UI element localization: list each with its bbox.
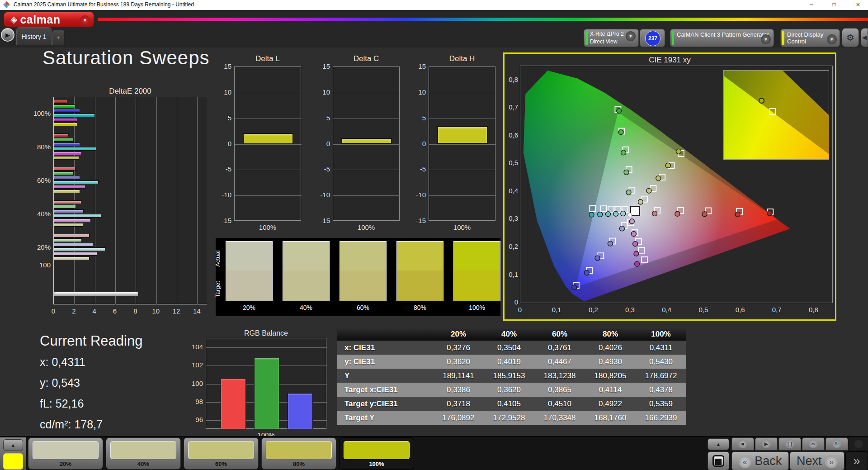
next-page-button[interactable]: » [845, 451, 868, 470]
disabled-transport-icon [854, 440, 863, 448]
deltae-bar [54, 214, 101, 218]
measured-point-marker [638, 199, 643, 204]
measured-point-marker [634, 251, 639, 256]
settings-button[interactable]: ⚙ [842, 28, 859, 47]
cie1931-panel[interactable]: CIE 1931 xy 00,10,20,30,40,50,60,70,800,… [503, 52, 836, 321]
table-cell: 0,4026 [585, 343, 636, 352]
group-label: 20% [28, 243, 51, 251]
results-table[interactable]: 20%40%60%80%100%x: CIE310,32760,35040,37… [337, 328, 686, 425]
current-reading-marker [627, 213, 632, 217]
cie-y-tick: 0,2 [503, 242, 518, 250]
delta-l-chart[interactable]: Delta L151050-5-10-15100% [208, 53, 304, 231]
patch-swatch [340, 241, 387, 301]
table-cell: 172,9528 [484, 413, 534, 423]
minimize-button[interactable]: – [804, 0, 819, 10]
table-header-row: 20%40%60%80%100% [337, 328, 686, 341]
calman-menu-button[interactable]: ◈ calman ▼ [4, 12, 94, 27]
pattern-generator-chevron-icon[interactable]: ▼ [761, 34, 771, 44]
actual-swatch [454, 242, 500, 271]
deltae-bar [54, 176, 80, 180]
measured-point-marker [589, 212, 594, 217]
delta_h-title: Delta H [429, 54, 495, 63]
table-header-cell: 20% [433, 330, 484, 339]
gridline [115, 97, 116, 304]
patch-button-40%[interactable]: 40% [106, 437, 181, 470]
close-button[interactable]: × [850, 0, 866, 10]
y-tick-label: -5 [402, 165, 426, 173]
table-cell: 166,2939 [636, 413, 686, 423]
meter-name: X-Rite i1Pro 2 [590, 31, 624, 37]
delta-h-chart[interactable]: Delta H151050-5-10-15100% [402, 53, 498, 231]
rgb-balance-chart[interactable]: RGB Balance1041021009896100% [181, 329, 331, 438]
table-row: Target x:CIE310,33860,36200,38650,41140,… [337, 383, 686, 397]
collapse-panel-button[interactable]: ◀ [861, 28, 868, 47]
measured-point-marker [624, 170, 629, 175]
rgb-title: RGB Balance [206, 329, 326, 337]
y-tick-label: 0 [402, 140, 426, 147]
delta-c-chart[interactable]: Delta C151050-5-10-15100% [307, 53, 402, 231]
calman-logo-text: calman [20, 13, 60, 26]
loop-button[interactable]: ↻ [826, 437, 848, 451]
measured-point-marker [767, 211, 772, 216]
calman-diamond-icon: ◈ [10, 14, 17, 25]
calman-menu-chevron-icon[interactable]: ▼ [80, 15, 90, 25]
tab-history-1[interactable]: History 1 [16, 27, 52, 45]
table-cell: 178,6972 [636, 371, 686, 380]
play-button[interactable]: ▶ [755, 437, 778, 451]
meter-dropdown-chevron-icon[interactable]: ▼ [626, 31, 636, 41]
table-cell: 0,4930 [585, 357, 636, 366]
deltae-bar [54, 118, 77, 122]
pattern-generator-dropdown[interactable]: CalMAN Client 3 Pattern Generator ▼ [670, 29, 774, 47]
page-title: Saturation Sweeps [42, 47, 210, 69]
history-nav-button[interactable]: ▶ [1, 28, 14, 42]
window-titlebar: Calman 2025 Calman Ultimate for Business… [0, 0, 868, 10]
deltae2000-chart[interactable]: DeltaE 200002468101214100%80%60%40%20%10… [28, 87, 214, 318]
table-cell: 0,3504 [484, 343, 534, 352]
patch-percent-label: 100% [453, 304, 500, 311]
table-cell: 0,5430 [636, 357, 686, 366]
display-control-dropdown[interactable]: Direct Display Control ▼ [780, 29, 840, 47]
actual-swatch [397, 242, 443, 271]
x-tick-label: 8 [128, 307, 142, 315]
patch-button-20%[interactable]: 20% [28, 437, 103, 470]
next-button[interactable]: Next » [790, 451, 844, 470]
table-row-label: Target Y [337, 413, 433, 423]
transport-expand-button[interactable]: ▲ [708, 438, 729, 450]
restore-button[interactable]: □ [826, 0, 842, 10]
patch-button-60%[interactable]: 60% [184, 437, 259, 470]
meter-dropdown[interactable]: X-Rite i1Pro 2 Direct View ▼ [584, 29, 639, 47]
x-label: 100% [333, 223, 400, 231]
table-cell: 189,1141 [433, 371, 484, 380]
continuous-measure-button[interactable]: ∞ [802, 437, 825, 451]
deltae-bar [54, 104, 75, 108]
patch-swatch [453, 241, 500, 301]
gridline [177, 97, 177, 304]
cie-y-tick: 0,5 [503, 159, 518, 166]
deltae-bar [54, 234, 90, 237]
patch-button-100%[interactable]: 100% [339, 437, 414, 470]
cie-y-tick: 0,6 [503, 131, 518, 139]
patch-list-expand-button[interactable]: ▲ [3, 439, 23, 451]
pattern-window-button[interactable] [708, 451, 729, 470]
deltae-bar [54, 147, 96, 151]
patch-compare-panel[interactable]: ActualTarget20%40%60%80%100% [216, 238, 500, 316]
gridline [333, 170, 400, 170]
app-logo-icon [3, 1, 10, 8]
cie-y-tick: 0,8 [503, 76, 518, 83]
display-control-chevron-icon[interactable]: ▼ [827, 34, 837, 44]
table-cell: 0,4510 [534, 399, 585, 408]
back-chevron-icon: « [739, 456, 751, 468]
gridline [333, 144, 400, 145]
cie-x-tick: 0,2 [585, 306, 601, 313]
measured-point-marker [618, 130, 623, 135]
cie-x-tick: 0,8 [805, 306, 821, 313]
stop-button[interactable]: ■ [731, 437, 754, 451]
patch-button-80%[interactable]: 80% [261, 437, 336, 470]
y-tick-label: 5 [402, 114, 426, 122]
back-button[interactable]: « Back [731, 451, 789, 470]
table-row-label: y: CIE31 [337, 357, 433, 366]
deltae-bar [54, 156, 79, 160]
measure-once-button[interactable]: [·] [778, 437, 801, 451]
add-tab-button[interactable]: + [52, 30, 64, 45]
measured-point-marker [675, 211, 680, 216]
